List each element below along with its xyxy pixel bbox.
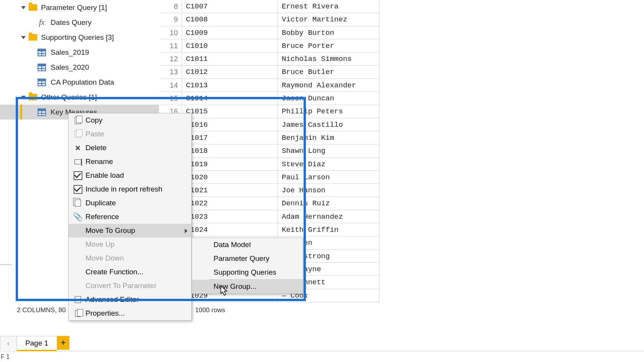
table-row[interactable]: 12C1011Nicholas Simmons [161, 52, 380, 66]
query-ca-population[interactable]: CA Population Data [0, 75, 159, 90]
row-index: 8 [161, 0, 182, 13]
query-sales-2020[interactable]: Sales_2020 [0, 60, 159, 75]
cell-id: C1022 [182, 197, 278, 210]
page-tabs: ‹ Page 1 + [0, 336, 69, 350]
row-index: 13 [161, 66, 182, 78]
submenu-label: Parameter Query [214, 254, 269, 263]
table-row[interactable]: 25C1024Keith Griffin [161, 223, 380, 236]
ctx-enable-load[interactable]: Enable load [69, 169, 191, 182]
editor-icon [71, 293, 85, 306]
folder-other-queries[interactable]: Other Queries [1] [0, 90, 159, 105]
cell-name: Shawn Long [278, 144, 380, 157]
ctx-create-function[interactable]: Create Function... [69, 265, 191, 279]
folder-label: Supporting Queries [3] [41, 33, 114, 42]
folder-icon [29, 4, 37, 11]
query-sales-2019[interactable]: Sales_2019 [0, 45, 159, 60]
ctx-label: Create Function... [85, 268, 143, 276]
query-label: Dates Query [51, 18, 92, 27]
row-index: 9 [161, 13, 182, 26]
row-index: 10 [161, 26, 182, 39]
resize-handle-icon[interactable] [0, 264, 12, 265]
ctx-copy[interactable]: Copy [69, 113, 191, 127]
table-row[interactable]: 22C1021Joe Hanson [161, 184, 380, 197]
table-row[interactable]: 18C1017Benjamin Kim [161, 131, 380, 144]
chevron-left-icon: ‹ [7, 339, 10, 347]
folder-icon [29, 34, 37, 41]
ctx-label: Move Down [85, 254, 124, 262]
ctx-duplicate[interactable]: Duplicate [69, 196, 191, 210]
page-tab-label: Page 1 [25, 339, 48, 347]
table-row[interactable]: 23C1022Dennis Ruiz [161, 197, 380, 210]
copy-icon [71, 113, 85, 127]
submenu-label: Supporting Queries [214, 268, 276, 277]
ctx-label: Include in report refresh [85, 185, 163, 193]
cell-name: James Castillo [278, 118, 380, 131]
ctx-rename[interactable]: Rename [69, 155, 191, 169]
table-icon [38, 79, 46, 86]
table-row[interactable]: 16C1015Phillip Peters [161, 105, 380, 118]
grid-right-border [379, 0, 380, 303]
cell-name: Bobby Burton [278, 26, 380, 39]
ctx-include-refresh[interactable]: Include in report refresh [69, 182, 191, 196]
cell-id: C1021 [182, 184, 278, 197]
folder-supporting-queries[interactable]: Supporting Queries [3] [0, 30, 159, 45]
caret-down-icon [21, 36, 26, 39]
checkbox-checked-icon [71, 182, 85, 196]
ctx-label: Duplicate [85, 199, 116, 207]
tab-nav-left-button[interactable]: ‹ [0, 336, 17, 350]
table-row[interactable]: 8C1007Ernest Rivera [161, 0, 380, 13]
table-icon [38, 108, 46, 116]
cell-id: C1024 [182, 223, 278, 236]
blank-icon [71, 224, 85, 238]
cell-name: Joe Hanson [278, 184, 380, 197]
submenu-new-group[interactable]: New Group... [192, 280, 303, 293]
cell-name: Keith Griffin [278, 223, 380, 236]
table-row[interactable]: 10C1009Bobby Burton [161, 26, 380, 39]
caret-down-icon [21, 96, 26, 99]
cell-name: Steve Diaz [278, 158, 380, 170]
folder-label: Parameter Query [1] [41, 3, 107, 12]
ctx-label: Convert To Parameter [85, 282, 157, 290]
table-row[interactable]: 9C1008Victor Martinez [161, 13, 380, 26]
status-columns: 2 COLUMNS, 80 [17, 306, 66, 314]
table-row[interactable]: 15C1014Jason Duncan [161, 92, 380, 105]
ctx-move-to-group[interactable]: Move To Group [69, 224, 191, 238]
move-to-group-submenu: Data Model Parameter Query Supporting Qu… [192, 238, 303, 294]
fx-icon: fx [38, 18, 46, 27]
rename-icon [71, 155, 85, 169]
cell-id: C1008 [182, 13, 278, 26]
ctx-label: Move To Group [85, 226, 135, 235]
table-row[interactable]: 19C1018Shawn Long [161, 144, 380, 157]
table-icon [38, 49, 46, 56]
ctx-reference[interactable]: 📎 Reference [69, 210, 191, 224]
cell-name: Adam Hernandez [278, 210, 380, 223]
page-tab-1[interactable]: Page 1 [17, 336, 57, 350]
ctx-label: Advanced Editor [85, 295, 139, 304]
table-row[interactable]: 14C1013Raymond Alexander [161, 79, 380, 92]
ctx-delete[interactable]: ✕ Delete [69, 141, 191, 155]
cell-name: Paul Larson [278, 171, 380, 183]
query-dates[interactable]: fx Dates Query [0, 15, 159, 30]
table-row[interactable]: 11C1010Bruce Porter [161, 39, 380, 52]
ctx-properties[interactable]: Properties... [69, 306, 191, 320]
query-label: Sales_2020 [51, 63, 89, 72]
ctx-label: Move Up [85, 240, 115, 249]
table-row[interactable]: 21C1020Paul Larson [161, 171, 380, 184]
duplicate-icon [71, 196, 85, 210]
query-label: Sales_2019 [51, 48, 89, 57]
submenu-supporting-queries[interactable]: Supporting Queries [192, 265, 303, 279]
ctx-advanced-editor[interactable]: Advanced Editor [69, 293, 191, 306]
cell-name: Nicholas Simmons [278, 52, 380, 65]
table-row[interactable]: 24C1023Adam Hernandez [161, 210, 380, 223]
ctx-move-down: Move Down [69, 251, 191, 265]
add-page-button[interactable]: + [57, 336, 69, 350]
plus-icon: + [61, 338, 66, 348]
cell-name: Ernest Rivera [278, 0, 380, 13]
blank-icon [71, 265, 85, 279]
table-row[interactable]: 17C1016James Castillo [161, 118, 380, 131]
table-row[interactable]: 20C1019Steve Diaz [161, 158, 380, 171]
submenu-parameter-query[interactable]: Parameter Query [192, 252, 303, 265]
submenu-data-model[interactable]: Data Model [192, 238, 303, 252]
table-row[interactable]: 13C1012Bruce Butler [161, 66, 380, 79]
folder-parameter-query[interactable]: Parameter Query [1] [0, 0, 159, 15]
